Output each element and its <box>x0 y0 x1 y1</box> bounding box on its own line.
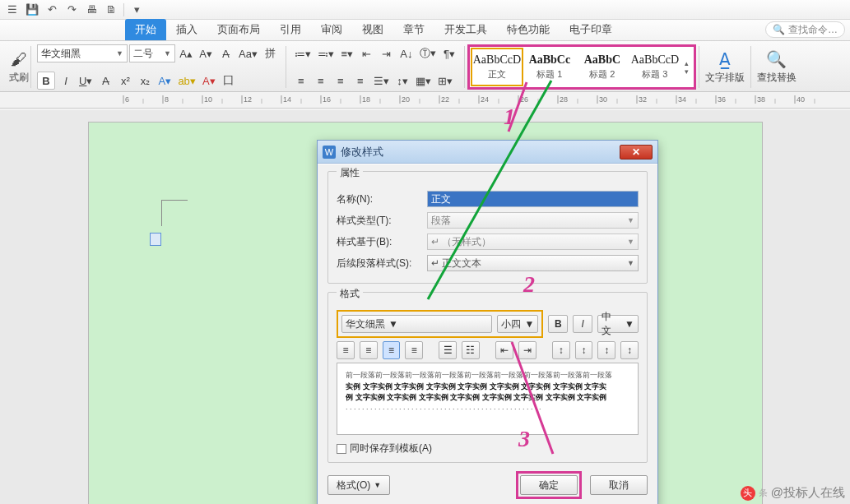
align-distribute-button[interactable]: ☰▾ <box>371 72 392 90</box>
fmt-align-just[interactable]: ≡ <box>405 341 423 359</box>
save-to-template-check[interactable]: 同时保存到模板(A) <box>337 442 639 455</box>
tab-view[interactable]: 视图 <box>352 19 393 40</box>
tab-section[interactable]: 章节 <box>393 19 434 40</box>
ribbon-sep <box>286 46 286 88</box>
tab-start[interactable]: 开始 <box>125 19 166 40</box>
ok-button[interactable]: 确定 <box>520 475 578 495</box>
dec-indent-button[interactable]: ⇤ <box>358 44 376 62</box>
fmt-space-4[interactable]: ↕ <box>620 341 639 359</box>
print-preview-icon[interactable]: 🗎 <box>102 2 120 18</box>
align-left-button[interactable]: ≡ <box>292 72 310 90</box>
format-size-combo[interactable]: 小四▼ <box>497 315 538 333</box>
based-select[interactable]: ↵ （无样式）▼ <box>427 234 639 250</box>
fmt-dist-2[interactable]: ☷ <box>462 341 480 359</box>
subscript-button[interactable]: x₂ <box>136 72 154 90</box>
strike-button[interactable]: A̶ <box>96 72 114 90</box>
command-search[interactable]: 🔍 查找命令… <box>765 21 845 38</box>
inc-indent-button[interactable]: ⇥ <box>378 44 396 62</box>
superscript-button[interactable]: x² <box>116 72 134 90</box>
grow-font-button[interactable]: A▴ <box>177 44 195 62</box>
shading-button[interactable]: ▦▾ <box>413 72 434 90</box>
font-name-combo[interactable]: 华文细黑▼ <box>37 44 128 62</box>
align-right-button[interactable]: ≡ <box>332 72 350 90</box>
style-h3[interactable]: AaBbCcD 标题 3 <box>629 48 681 86</box>
format-italic-button[interactable]: I <box>573 315 592 333</box>
svg-text:20: 20 <box>402 95 410 104</box>
phonetic-guide-button[interactable]: 拼 <box>262 44 280 62</box>
change-case-button[interactable]: Aa▾ <box>236 44 260 62</box>
toutiao-icon: 头 <box>741 486 755 501</box>
style-h1[interactable]: AaBbCc 标题 1 <box>523 48 576 86</box>
tab-page-layout[interactable]: 页面布局 <box>207 19 270 40</box>
cancel-button[interactable]: 取消 <box>590 475 648 495</box>
fmt-align-center[interactable]: ≡ <box>360 341 378 359</box>
menu-icon[interactable]: ☰ <box>3 2 21 18</box>
tab-special[interactable]: 特色功能 <box>497 19 560 40</box>
bold-button[interactable]: B <box>37 72 55 90</box>
format-lang-combo[interactable]: 中文▼ <box>597 315 639 333</box>
undo-icon[interactable]: ↶ <box>43 2 61 18</box>
redo-icon[interactable]: ↷ <box>63 2 81 18</box>
format-preview: 前一段落前一段落前一段落前一段落前一段落前一段落前一段落前一段落前一段落 实例 … <box>337 363 639 435</box>
save-icon[interactable]: 💾 <box>23 2 41 18</box>
tab-stops-button[interactable]: Ⓣ▾ <box>417 44 439 62</box>
fmt-indent-dec[interactable]: ⇤ <box>495 341 513 359</box>
format-painter-button[interactable]: 🖌 式刷 <box>7 44 31 90</box>
text-effects-button[interactable]: A▾ <box>156 72 174 90</box>
line-spacing-button[interactable]: ↕▾ <box>393 72 411 90</box>
fmt-indent-inc[interactable]: ⇥ <box>518 341 536 359</box>
dialog-titlebar[interactable]: W 修改样式 ✕ <box>318 141 657 164</box>
borders-button[interactable]: ⊞▾ <box>435 72 455 90</box>
fmt-space-inc[interactable]: ↕ <box>575 341 593 359</box>
sort-button[interactable]: A↓ <box>397 44 416 62</box>
font-color-button[interactable]: A▾ <box>200 72 218 90</box>
dialog-close-button[interactable]: ✕ <box>620 145 653 160</box>
svg-text:6: 6 <box>125 95 129 104</box>
style-body[interactable]: AaBbCcD 正文 <box>471 48 523 86</box>
find-replace-button[interactable]: 🔍 查找替换 <box>754 44 800 90</box>
tab-insert[interactable]: 插入 <box>166 19 207 40</box>
svg-text:16: 16 <box>323 95 331 104</box>
text-layout-button[interactable]: A̲ 文字排版 <box>702 44 748 90</box>
tab-references[interactable]: 引用 <box>270 19 311 40</box>
svg-text:14: 14 <box>283 95 291 104</box>
underline-button[interactable]: U▾ <box>77 72 95 90</box>
tab-eseal[interactable]: 电子印章 <box>560 19 622 40</box>
font-size-combo[interactable]: 二号▼ <box>129 44 175 62</box>
fmt-space-dec[interactable]: ↕ <box>552 341 570 359</box>
char-border-button[interactable]: 囗 <box>220 72 238 90</box>
shrink-font-button[interactable]: A▾ <box>197 44 215 62</box>
show-marks-button[interactable]: ¶▾ <box>440 44 458 62</box>
clear-format-button[interactable]: A̶ <box>216 44 235 62</box>
tab-developer[interactable]: 开发工具 <box>434 19 497 40</box>
italic-button[interactable]: I <box>57 72 75 90</box>
font-size-value: 二号 <box>133 47 160 61</box>
format-font-combo[interactable]: 华文细黑▼ <box>341 315 492 333</box>
format-bold-button[interactable]: B <box>548 315 568 333</box>
fmt-align-left[interactable]: ≡ <box>337 341 355 359</box>
tab-review[interactable]: 审阅 <box>311 19 352 40</box>
bullets-button[interactable]: ≔▾ <box>292 44 314 62</box>
fmt-space-3[interactable]: ↕ <box>597 341 615 359</box>
print-icon[interactable]: 🖶 <box>82 2 100 18</box>
numbering-button[interactable]: ≕▾ <box>315 44 337 62</box>
fmt-dist-1[interactable]: ☰ <box>439 341 457 359</box>
align-justify-button[interactable]: ≡ <box>351 72 369 90</box>
fmt-align-right[interactable]: ≡ <box>383 341 401 359</box>
horizontal-ruler[interactable]: 6810121416182022242628303234363840 <box>0 92 850 109</box>
format-align-row: ≡ ≡ ≡ ≡ ☰ ☷ ⇤ ⇥ ↕ ↕ ↕ ↕ <box>337 341 639 359</box>
svg-text:36: 36 <box>718 95 726 104</box>
highlight-button[interactable]: ab▾ <box>175 72 197 90</box>
align-center-button[interactable]: ≡ <box>312 72 330 90</box>
search-placeholder: 查找命令… <box>788 23 838 37</box>
style-label: 正文 <box>488 68 506 81</box>
next-select[interactable]: ↵ 正文文本▼ <box>427 255 639 271</box>
qat-more-icon[interactable]: ▾ <box>128 2 146 18</box>
multilevel-button[interactable]: ≡▾ <box>338 44 356 62</box>
style-h2[interactable]: AaBbC 标题 2 <box>576 48 629 86</box>
styles-more[interactable]: ▴▾ <box>681 48 693 86</box>
format-menu-button[interactable]: 格式(O)▼ <box>327 475 390 495</box>
ribbon-sep <box>30 46 31 88</box>
type-select[interactable]: 段落▼ <box>427 212 639 229</box>
name-input[interactable]: 正文 <box>427 191 639 207</box>
